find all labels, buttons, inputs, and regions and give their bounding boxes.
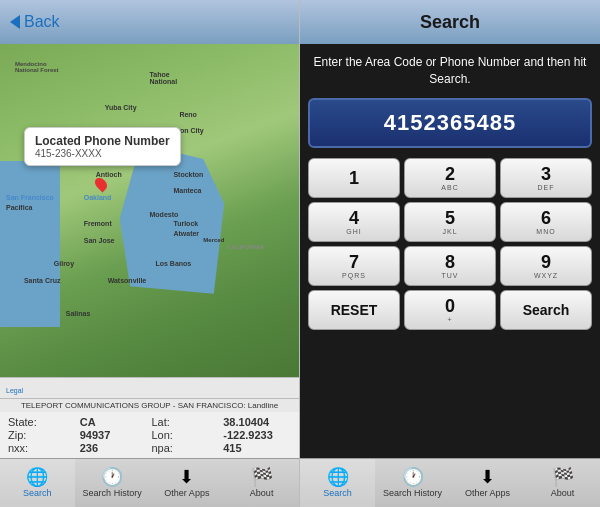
map-terrain: MendocinoNational Forest TahoeNational R… bbox=[0, 44, 299, 377]
key-main: 4 bbox=[349, 209, 359, 227]
left-panel: Back MendocinoNational Forest TahoeNatio… bbox=[0, 0, 300, 507]
tab-item-search-history[interactable]: 🕐Search History bbox=[75, 459, 150, 507]
back-chevron-icon bbox=[10, 15, 20, 29]
right-content: Enter the Area Code or Phone Number and … bbox=[300, 44, 600, 458]
map-label-reno: Reno bbox=[179, 111, 197, 118]
key-btn-3[interactable]: 3DEF bbox=[500, 158, 592, 198]
map-label-atwater: Atwater bbox=[173, 230, 199, 237]
key-btn-5[interactable]: 5JKL bbox=[404, 202, 496, 242]
sf-bay-water bbox=[120, 144, 225, 294]
key-sub: JKL bbox=[442, 228, 457, 235]
data-label: npa: bbox=[152, 442, 220, 454]
tab-item-about[interactable]: 🏁About bbox=[525, 459, 600, 507]
tab-label: Search bbox=[323, 488, 352, 498]
key-sub: MNO bbox=[536, 228, 555, 235]
key-main: 1 bbox=[349, 169, 359, 187]
key-btn-7[interactable]: 7PQRS bbox=[308, 246, 400, 286]
key-main: 7 bbox=[349, 253, 359, 271]
phone-display: 4152365485 bbox=[308, 98, 592, 148]
map-label-yuba: Yuba City bbox=[105, 104, 137, 111]
tab-icon: 🌐 bbox=[327, 468, 349, 486]
map-label-santacruz: Santa Cruz bbox=[24, 277, 61, 284]
right-tab-bar: 🌐Search🕐Search History⬇Other Apps🏁About bbox=[300, 458, 600, 507]
location-popup: Located Phone Number 415-236-XXXX bbox=[24, 127, 181, 166]
map-label-salinas: Salinas bbox=[66, 310, 91, 317]
key-btn-1[interactable]: 1 bbox=[308, 158, 400, 198]
key-btn-9[interactable]: 9WXYZ bbox=[500, 246, 592, 286]
popup-title: Located Phone Number bbox=[35, 134, 170, 148]
tab-label: Search History bbox=[383, 488, 442, 498]
key-sub: DEF bbox=[538, 184, 555, 191]
tab-label: Search History bbox=[83, 488, 142, 498]
map-label-tahoe: TahoeNational bbox=[150, 71, 178, 85]
tab-icon: ⬇ bbox=[480, 468, 495, 486]
map-label-watson: Watsonville bbox=[108, 277, 147, 284]
map-container[interactable]: MendocinoNational Forest TahoeNational R… bbox=[0, 44, 299, 377]
key-main: 2 bbox=[445, 165, 455, 183]
map-label-losb: Los Banos bbox=[155, 260, 191, 267]
map-label-oakland: Oakland bbox=[84, 194, 112, 201]
tab-item-other-apps[interactable]: ⬇Other Apps bbox=[150, 459, 225, 507]
right-header: Search bbox=[300, 0, 600, 44]
map-label-stockton: Stockton bbox=[173, 171, 203, 178]
tab-icon: 🕐 bbox=[101, 468, 123, 486]
data-grid: State:CALat:38.10404Zip:94937Lon:-122.92… bbox=[0, 412, 299, 458]
map-label-sanjose: San Jose bbox=[84, 237, 115, 244]
left-tab-bar: 🌐Search🕐Search History⬇Other Apps🏁About bbox=[0, 458, 299, 507]
key-btn-search[interactable]: Search bbox=[500, 290, 592, 330]
tab-icon: 🌐 bbox=[26, 468, 48, 486]
map-label-manteca: Manteca bbox=[173, 187, 201, 194]
data-label: Zip: bbox=[8, 429, 76, 441]
legal-bar: Legal bbox=[0, 377, 299, 398]
back-button[interactable]: Back bbox=[10, 13, 60, 31]
data-value: -122.9233 bbox=[223, 429, 291, 441]
map-label-modesto: Modesto bbox=[150, 211, 179, 218]
map-label-california: CALIFORNIA bbox=[227, 244, 264, 250]
data-label: Lat: bbox=[152, 416, 220, 428]
key-btn-6[interactable]: 6MNO bbox=[500, 202, 592, 242]
data-value: 38.10404 bbox=[223, 416, 291, 428]
map-background: MendocinoNational Forest TahoeNational R… bbox=[0, 44, 299, 377]
tab-item-other-apps[interactable]: ⬇Other Apps bbox=[450, 459, 525, 507]
key-btn-0[interactable]: 0+ bbox=[404, 290, 496, 330]
key-main: 9 bbox=[541, 253, 551, 271]
tab-icon: 🕐 bbox=[402, 468, 424, 486]
key-btn-2[interactable]: 2ABC bbox=[404, 158, 496, 198]
key-sub: GHI bbox=[346, 228, 361, 235]
tab-label: Search bbox=[23, 488, 52, 498]
map-label-mendocino: MendocinoNational Forest bbox=[15, 61, 59, 73]
legal-link[interactable]: Legal bbox=[6, 387, 23, 394]
key-sub: ABC bbox=[441, 184, 458, 191]
data-label: Lon: bbox=[152, 429, 220, 441]
tab-label: About bbox=[551, 488, 575, 498]
tab-icon: 🏁 bbox=[552, 468, 574, 486]
tab-item-search[interactable]: 🌐Search bbox=[300, 459, 375, 507]
key-btn-8[interactable]: 8TUV bbox=[404, 246, 496, 286]
map-label-pacifica: Pacifica bbox=[6, 204, 32, 211]
data-value: 236 bbox=[80, 442, 148, 454]
data-value: 94937 bbox=[80, 429, 148, 441]
tab-item-search-history[interactable]: 🕐Search History bbox=[375, 459, 450, 507]
tab-label: Other Apps bbox=[465, 488, 510, 498]
data-value: CA bbox=[80, 416, 148, 428]
tab-icon: ⬇ bbox=[179, 468, 194, 486]
key-sub: PQRS bbox=[342, 272, 366, 279]
back-label: Back bbox=[24, 13, 60, 31]
map-label-gilroy: Gilroy bbox=[54, 260, 74, 267]
data-label: nxx: bbox=[8, 442, 76, 454]
tab-label: Other Apps bbox=[164, 488, 209, 498]
key-btn-reset[interactable]: RESET bbox=[308, 290, 400, 330]
key-main: 6 bbox=[541, 209, 551, 227]
teleport-text: TELEPORT COMMUNICATIONS GROUP - SAN FRAN… bbox=[21, 401, 278, 410]
right-panel: Search Enter the Area Code or Phone Numb… bbox=[300, 0, 600, 507]
key-main: 0 bbox=[445, 297, 455, 315]
right-title: Search bbox=[420, 12, 480, 33]
key-btn-4[interactable]: 4GHI bbox=[308, 202, 400, 242]
data-value: 415 bbox=[223, 442, 291, 454]
data-label: State: bbox=[8, 416, 76, 428]
map-label-sf: San Francisco bbox=[6, 194, 54, 201]
phone-number: 4152365485 bbox=[384, 110, 516, 135]
tab-item-search[interactable]: 🌐Search bbox=[0, 459, 75, 507]
tab-item-about[interactable]: 🏁About bbox=[224, 459, 299, 507]
teleport-bar: TELEPORT COMMUNICATIONS GROUP - SAN FRAN… bbox=[0, 398, 299, 412]
